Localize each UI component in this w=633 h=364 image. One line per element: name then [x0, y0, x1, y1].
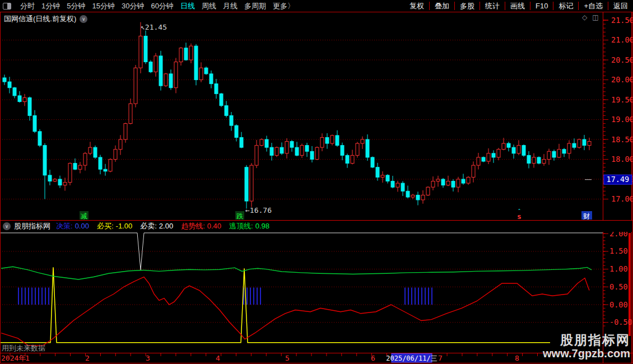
candle	[159, 56, 162, 86]
menu-item-分时[interactable]: 分时	[20, 1, 35, 11]
month-label: 6	[371, 354, 375, 362]
menu-right: 复权叠加多股统计画线F10标记+自选返回	[404, 0, 633, 12]
menu-item-30分钟[interactable]: 30分钟	[122, 1, 144, 11]
candle	[512, 147, 515, 153]
menu-item-F10[interactable]: F10	[530, 2, 553, 10]
indicator-field: 决策:0.00	[56, 222, 89, 230]
menu-item-5分钟[interactable]: 5分钟	[67, 1, 85, 11]
menu-item-返回[interactable]: 返回	[608, 1, 633, 11]
candle	[179, 48, 183, 62]
candle	[73, 164, 77, 170]
candle	[557, 150, 561, 157]
candle	[99, 157, 102, 169]
price-axis-label: 19.50	[611, 95, 633, 104]
indicator-chart[interactable]: 2.001.501.000.500.00-0.50	[0, 232, 633, 353]
candle	[149, 62, 152, 72]
menu-item-日线[interactable]: 日线	[180, 1, 195, 11]
menu-item-多周期[interactable]: 多周期	[244, 1, 266, 11]
candle	[280, 147, 283, 153]
menu-item-叠加[interactable]: 叠加	[430, 1, 454, 11]
indicator-field-value: 0.98	[255, 222, 269, 230]
price-axis-label: 18.50	[611, 135, 633, 144]
watermark-url: www.7gpzb.com	[543, 347, 630, 360]
candle	[78, 165, 82, 169]
candle	[588, 142, 591, 146]
candle	[492, 153, 495, 157]
bottom-border	[0, 363, 633, 363]
main-candlestick-chart[interactable]: 21.5021.0020.5020.0019.5019.0018.5018.00…	[0, 12, 633, 220]
candle	[497, 150, 500, 157]
candle	[552, 151, 556, 157]
chart-corner-icons: ◇ ◫	[582, 13, 599, 21]
price-axis-label: 20.50	[611, 55, 633, 64]
candle	[411, 195, 415, 197]
candle	[310, 151, 314, 159]
month-label: 1	[25, 354, 30, 362]
candle	[33, 115, 36, 131]
candle	[467, 177, 470, 183]
candle	[300, 146, 304, 156]
candle	[129, 104, 132, 124]
candle	[482, 157, 485, 161]
candle	[275, 147, 278, 155]
indicator-source: 股朋指标网	[14, 221, 50, 231]
menu-item-周线[interactable]: 周线	[202, 1, 216, 11]
menu-item-画线[interactable]: 画线	[505, 1, 530, 11]
price-axis-label: 20.00	[611, 75, 633, 84]
candle	[3, 78, 6, 82]
candle	[320, 137, 324, 147]
indicator-field-label: 趋势线:	[181, 222, 205, 230]
candle	[68, 164, 72, 183]
candle	[325, 137, 329, 143]
indicator-axis-label: 0.00	[609, 300, 628, 309]
watermark-site-name: 股朋指标网	[543, 333, 630, 347]
candle	[58, 179, 62, 185]
month-label: 2	[85, 354, 90, 362]
candle	[250, 165, 253, 201]
menu-item-1分钟[interactable]: 1分钟	[41, 1, 60, 11]
candle	[396, 183, 399, 187]
price-axis: 21.5021.0020.5020.0019.5019.0018.5018.00…	[603, 12, 633, 220]
chevron-down-icon[interactable]: ∨	[80, 15, 87, 23]
candle	[53, 179, 57, 181]
date-axis[interactable]: 2024年123456782025/06/11/三	[0, 353, 633, 363]
must-sell-line	[0, 233, 603, 270]
candle	[532, 157, 536, 164]
month-label: 3	[146, 354, 150, 362]
menu-item-15分钟[interactable]: 15分钟	[92, 1, 114, 11]
candle	[573, 143, 576, 147]
current-price-value: 17.49	[607, 175, 630, 184]
chart-title-bar: 国网信通(日线.前复权) ∨	[4, 14, 87, 24]
menu-item-月线[interactable]: 月线	[223, 1, 238, 11]
menu-item-+自选[interactable]: +自选	[579, 1, 608, 11]
indicator-header: ∨ 股朋指标网 决策:0.00必买:-1.00必卖:2.00趋势线:0.40逃顶…	[0, 221, 633, 232]
menu-item-更多〉[interactable]: 更多〉	[273, 1, 295, 11]
indicator-field: 必卖:2.00	[140, 222, 173, 230]
diamond-icon[interactable]: ◇	[582, 13, 587, 21]
candle	[452, 181, 455, 188]
indicator-axis-label: 1.00	[609, 264, 628, 273]
candle	[295, 147, 299, 155]
indicator-field-value: 0.40	[207, 222, 221, 230]
trend-line	[1, 277, 589, 346]
menu-item-多股[interactable]: 多股	[455, 1, 480, 11]
menu-item-60分钟[interactable]: 60分钟	[151, 1, 173, 11]
candle	[436, 179, 440, 181]
candle	[351, 155, 354, 163]
candle	[83, 153, 87, 165]
candle	[169, 74, 173, 88]
menu-item-统计[interactable]: 统计	[480, 1, 505, 11]
candle	[537, 157, 541, 164]
candle	[43, 146, 46, 175]
candle	[18, 96, 21, 102]
window-split-icon[interactable]	[3, 3, 11, 10]
candle	[507, 143, 510, 147]
candle	[426, 187, 430, 195]
candle	[386, 175, 389, 181]
chevron-down-icon[interactable]: ∨	[3, 222, 11, 230]
menu-item-复权[interactable]: 复权	[404, 1, 429, 11]
window-restore-icon[interactable]: ◫	[592, 13, 598, 21]
candle	[28, 97, 31, 115]
top-menubar: 分时1分钟5分钟15分钟30分钟60分钟日线周线月线多周期更多〉 复权叠加多股统…	[0, 0, 633, 12]
menu-item-标记[interactable]: 标记	[553, 1, 578, 11]
